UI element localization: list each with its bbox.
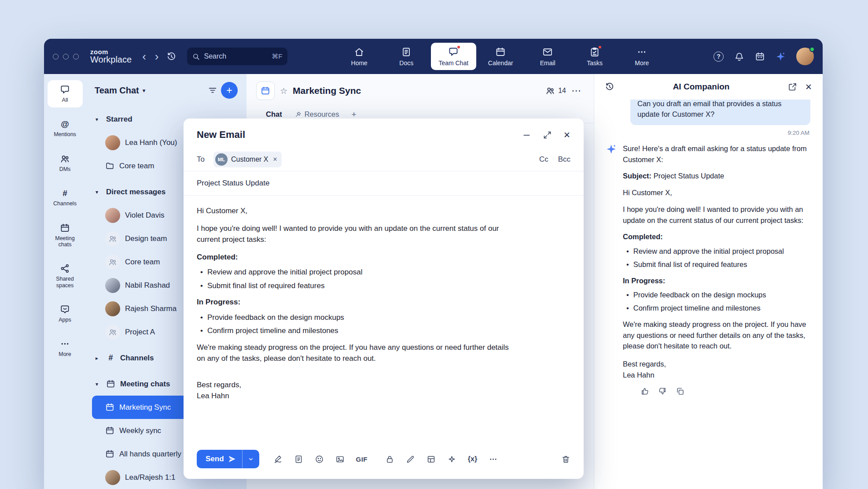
search-icon xyxy=(192,53,200,60)
send-options-dropdown[interactable] xyxy=(242,450,259,468)
ai-companion-icon[interactable] xyxy=(776,52,786,62)
thumbs-up-icon[interactable] xyxy=(640,387,649,396)
cc-button[interactable]: Cc xyxy=(539,155,548,164)
rail-item-dms[interactable]: DMs xyxy=(48,149,83,177)
timestamp: 9:20 AM xyxy=(607,130,809,136)
emoji-icon[interactable] xyxy=(315,455,324,464)
minimize-icon[interactable] xyxy=(522,130,531,140)
template-icon[interactable] xyxy=(427,455,436,464)
user-avatar[interactable] xyxy=(796,48,814,65)
search-input[interactable]: Search ⌘F xyxy=(187,48,287,65)
send-button[interactable]: Send xyxy=(197,450,242,468)
calendar-icon xyxy=(495,47,506,57)
bullet-text: Provide feedback on the design mockups xyxy=(633,289,766,300)
left-rail: All @ Mentions DMs # Channels Meeting xyxy=(44,74,86,489)
more-options-icon[interactable]: ⋯ xyxy=(571,85,581,96)
tab-chat[interactable]: Chat xyxy=(266,110,282,119)
add-tab-button[interactable]: + xyxy=(352,110,357,119)
calendar-shortcut-icon[interactable] xyxy=(755,52,765,62)
rail-item-more[interactable]: More xyxy=(48,334,83,362)
pencil-icon[interactable] xyxy=(406,455,415,464)
search-placeholder: Search xyxy=(204,52,226,60)
signoff-line: Best regards, xyxy=(197,379,511,391)
signature-icon[interactable] xyxy=(273,455,283,464)
body-bullet: Review and approve the initial project p… xyxy=(197,267,511,278)
ai-sparkle-icon xyxy=(606,143,617,404)
page: { "theme": { "accent": "#2d6cf0", "topba… xyxy=(0,0,868,489)
avatar xyxy=(105,208,120,223)
rail-item-shared-spaces[interactable]: Shared spaces xyxy=(48,259,83,293)
variables-icon[interactable]: {x} xyxy=(468,455,477,463)
remove-recipient-icon[interactable]: ✕ xyxy=(272,156,277,163)
pin-icon xyxy=(294,111,302,118)
copy-icon[interactable] xyxy=(676,387,684,396)
email-body-editor[interactable]: Hi Customer X, I hope you're doing well!… xyxy=(184,196,584,443)
filter-icon[interactable] xyxy=(208,85,217,95)
help-icon[interactable]: ? xyxy=(714,52,724,62)
bcc-button[interactable]: Bcc xyxy=(558,155,570,164)
topnav-tasks[interactable]: Tasks xyxy=(572,43,618,70)
ai-close-icon[interactable]: ✕ xyxy=(805,82,812,92)
gif-icon[interactable]: GIF xyxy=(356,456,368,463)
topnav-email[interactable]: Email xyxy=(525,43,570,70)
signature-line: Lea Hahn xyxy=(197,390,511,402)
chat-label: Marketing Sync xyxy=(119,403,171,412)
traffic-light-minimize-icon[interactable] xyxy=(63,54,69,59)
new-chat-button[interactable]: + xyxy=(221,82,238,99)
chatlist-title-dropdown[interactable]: Team Chat xyxy=(95,85,139,96)
recipient-name: Customer X xyxy=(231,156,268,163)
member-count[interactable]: 14 xyxy=(545,86,566,96)
thumbs-down-icon[interactable] xyxy=(658,387,667,396)
more-tools-icon[interactable] xyxy=(489,455,498,464)
expand-icon[interactable] xyxy=(543,130,552,140)
attach-file-icon[interactable] xyxy=(294,455,303,464)
rail-item-channels[interactable]: # Channels xyxy=(48,184,83,211)
rail-item-all[interactable]: All xyxy=(48,80,83,107)
image-icon[interactable] xyxy=(335,455,345,464)
chat-label: Core team xyxy=(125,258,160,267)
ai-sparkle-icon[interactable] xyxy=(447,455,456,464)
recipient-avatar: ML xyxy=(215,153,228,166)
ai-history-icon[interactable] xyxy=(605,82,614,92)
new-email-modal: New Email ✕ To ML Customer X ✕ Cc Bcc xyxy=(184,119,584,479)
body-inprogress-heading: In Progress: xyxy=(197,296,511,308)
subject-field[interactable]: Project Status Update xyxy=(184,171,584,196)
at-icon: @ xyxy=(61,119,69,129)
topnav-home[interactable]: Home xyxy=(337,43,382,70)
caret-down-icon: ▾ xyxy=(96,189,101,195)
traffic-light-close-icon[interactable] xyxy=(53,54,59,59)
topnav-calendar[interactable]: Calendar xyxy=(478,43,523,70)
forward-icon[interactable]: › xyxy=(154,51,160,62)
apps-icon xyxy=(60,304,70,315)
rail-item-apps[interactable]: Apps xyxy=(48,300,83,327)
window-controls[interactable] xyxy=(53,54,79,59)
rail-item-meeting-chats[interactable]: Meeting chats xyxy=(48,219,83,252)
body-greeting: Hi Customer X, xyxy=(197,205,511,217)
rail-label: Meeting chats xyxy=(48,235,82,248)
topnav-docs[interactable]: Docs xyxy=(384,43,429,70)
notifications-bell-icon[interactable] xyxy=(734,52,744,62)
bullet-text: Confirm project timeline and milestones xyxy=(207,325,338,337)
open-external-icon[interactable] xyxy=(788,82,797,92)
back-icon[interactable]: ‹ xyxy=(141,51,147,62)
topnav-team-chat[interactable]: Team Chat xyxy=(431,43,476,70)
traffic-light-zoom-icon[interactable] xyxy=(73,54,79,59)
recipient-chip[interactable]: ML Customer X ✕ xyxy=(213,152,282,167)
chat-bubble-icon xyxy=(60,85,70,95)
body-bullet: Provide feedback on the design mockups xyxy=(197,312,511,323)
rail-label: Channels xyxy=(53,200,77,207)
tab-resources[interactable]: Resources xyxy=(294,110,339,119)
avatar xyxy=(105,278,120,293)
favorite-star-icon[interactable]: ☆ xyxy=(280,86,287,96)
close-icon[interactable]: ✕ xyxy=(563,130,570,140)
topnav-more[interactable]: More xyxy=(619,43,665,70)
rail-item-mentions[interactable]: @ Mentions xyxy=(48,115,83,142)
delete-draft-icon[interactable] xyxy=(561,455,570,464)
hash-icon: # xyxy=(63,188,67,198)
history-icon[interactable] xyxy=(166,52,177,62)
folder-icon xyxy=(105,161,114,170)
lock-icon[interactable] xyxy=(385,455,394,464)
chat-label: All hands quarterly xyxy=(119,450,181,459)
avatar xyxy=(105,135,120,150)
to-label: To xyxy=(197,155,213,164)
